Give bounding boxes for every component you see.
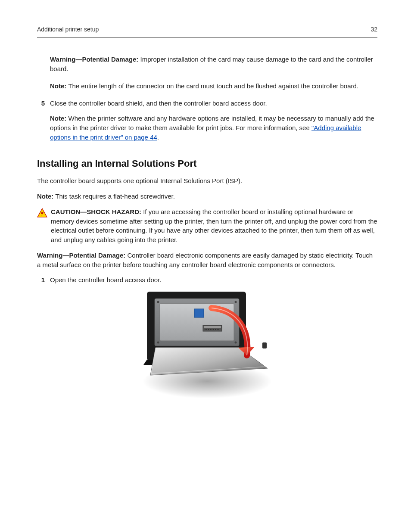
- document-page: Additional printer setup 32 Warning—Pote…: [0, 0, 411, 532]
- svg-point-17: [157, 301, 159, 303]
- svg-point-20: [235, 342, 237, 344]
- svg-point-8: [205, 329, 206, 330]
- caution-body: CAUTION—SHOCK HAZARD: If you are accessi…: [51, 207, 377, 245]
- note-text: This task requires a flat-head screwdriv…: [53, 193, 175, 200]
- warning-label: Warning—Potential Damage:: [50, 56, 138, 63]
- svg-point-14: [215, 329, 216, 330]
- note-label: Note:: [37, 193, 53, 200]
- shock-hazard-icon: [37, 208, 49, 220]
- section-title: Additional printer setup: [37, 25, 99, 34]
- svg-rect-7: [204, 326, 221, 328]
- svg-point-9: [206, 329, 207, 330]
- note-block-2: Note: When the printer software and any …: [50, 114, 377, 142]
- figure-printer-access-door: [37, 291, 377, 405]
- step-number: 5: [37, 99, 50, 108]
- svg-point-18: [235, 301, 237, 303]
- svg-point-19: [157, 342, 159, 344]
- step-5: 5 Close the controller board shield, and…: [37, 99, 377, 108]
- svg-point-11: [210, 329, 211, 330]
- svg-point-15: [217, 329, 218, 330]
- note-label: Note:: [50, 82, 66, 90]
- warning-label: Warning—Potential Damage:: [37, 252, 125, 259]
- svg-point-16: [218, 329, 219, 330]
- note-block-1: Note: The entire length of the connector…: [50, 81, 377, 91]
- svg-rect-23: [262, 342, 267, 348]
- step-1: 1 Open the controller board access door.: [37, 275, 377, 285]
- note-label: Note:: [50, 115, 66, 122]
- svg-rect-5: [194, 309, 204, 317]
- caution-label: CAUTION—SHOCK HAZARD:: [51, 208, 141, 215]
- svg-point-13: [213, 329, 214, 330]
- svg-point-12: [212, 329, 212, 330]
- note-block-3: Note: This task requires a flat-head scr…: [37, 192, 377, 201]
- step-number: 1: [37, 275, 50, 285]
- note-text-b: .: [157, 134, 159, 141]
- warning-block-1: Warning—Potential Damage: Improper insta…: [50, 55, 377, 74]
- page-number: 32: [371, 25, 377, 34]
- intro-paragraph: The controller board supports one option…: [37, 176, 377, 186]
- step-text: Close the controller board shield, and t…: [50, 99, 377, 108]
- step-text: Open the controller board access door.: [50, 275, 377, 285]
- note-text: The entire length of the connector on th…: [66, 82, 358, 90]
- warning-block-2: Warning—Potential Damage: Controller boa…: [37, 251, 377, 270]
- section-heading: Installing an Internal Solutions Port: [37, 157, 377, 171]
- running-header: Additional printer setup 32: [37, 25, 377, 37]
- caution-block: CAUTION—SHOCK HAZARD: If you are accessi…: [37, 207, 377, 245]
- svg-point-10: [208, 329, 209, 330]
